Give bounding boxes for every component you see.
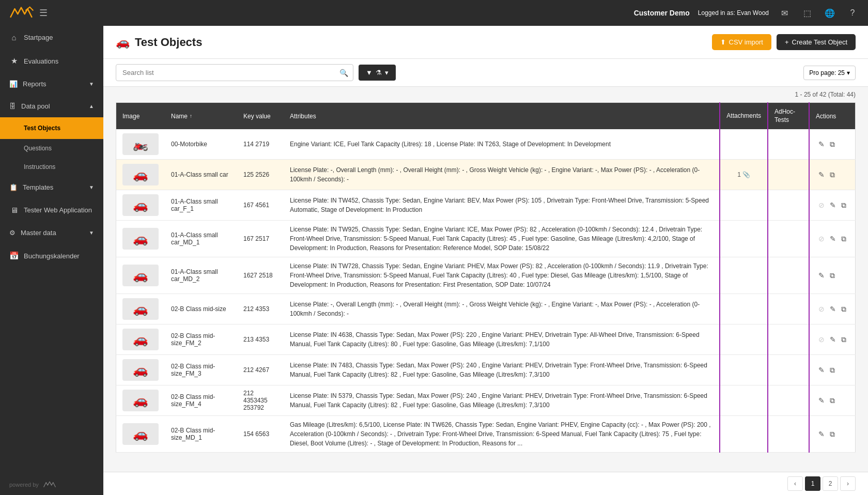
edit-button[interactable]: ✎ xyxy=(816,428,827,440)
cell-actions: ⊘✎⧉ xyxy=(809,221,856,257)
cell-attributes: License Plate: IN 7483, Chassis Type: Se… xyxy=(284,355,720,385)
header-actions: ⬆ CSV import + Create Test Object xyxy=(712,34,856,50)
filter-button[interactable]: ▼ ⚗ ▾ xyxy=(359,65,396,81)
template-icon: 📋 xyxy=(9,183,18,191)
filter-funnel-icon: ⚗ xyxy=(376,69,382,76)
sidebar-item-startpage[interactable]: ⌂ Startpage xyxy=(0,26,103,49)
cell-image: 🚗 xyxy=(116,221,165,257)
search-input-wrap: 🔍 xyxy=(116,64,353,81)
copy-button[interactable]: ⧉ xyxy=(827,428,838,440)
logout-icon[interactable]: ⬚ xyxy=(800,6,814,20)
ban-button[interactable]: ⊘ xyxy=(816,233,827,244)
table-row: 🚗01-A-Class small car_F_1167 4561License… xyxy=(116,190,856,221)
car-image: 🚗 xyxy=(122,359,159,381)
sidebar-item-buchungskalender[interactable]: 📅 Buchungskalender xyxy=(0,244,103,268)
cell-actions: ⊘✎⧉ xyxy=(809,294,856,324)
edit-button[interactable]: ✎ xyxy=(816,169,827,180)
sidebar-item-tester-web[interactable]: 🖥 Tester Web Application xyxy=(0,198,103,222)
copy-button[interactable]: ⧉ xyxy=(839,303,849,315)
cell-attributes: Gas Mileage (Litres/km): 6,5/100, Licens… xyxy=(284,416,720,453)
cell-attributes: License Plate: IN TW452, Chassis Type: S… xyxy=(284,190,720,221)
cell-adhoc xyxy=(768,257,809,294)
ban-button[interactable]: ⊘ xyxy=(816,303,827,315)
cell-name: 02-B Class mid-size_FM_3 xyxy=(165,355,237,385)
sidebar-item-templates[interactable]: 📋 Templates ▼ xyxy=(0,176,103,198)
search-left: 🔍 ▼ ⚗ ▾ xyxy=(116,64,396,81)
copy-button[interactable]: ⧉ xyxy=(827,270,838,282)
copy-button[interactable]: ⧉ xyxy=(827,169,838,181)
cell-attachments xyxy=(720,190,768,221)
cell-attachments xyxy=(720,129,768,160)
cell-adhoc xyxy=(768,221,809,257)
help-icon[interactable]: ? xyxy=(845,6,860,20)
copy-button[interactable]: ⧉ xyxy=(839,233,849,245)
copy-button[interactable]: ⧉ xyxy=(827,364,838,376)
cell-actions: ⊘✎⧉ xyxy=(809,190,856,221)
star-icon: ★ xyxy=(9,56,19,66)
cell-adhoc xyxy=(768,324,809,355)
hamburger-menu[interactable]: ☰ xyxy=(39,7,48,19)
cell-attachments xyxy=(720,257,768,294)
sidebar-item-master-data[interactable]: ⚙ Master data ▼ xyxy=(0,222,103,244)
col-header-name[interactable]: Name ↑ xyxy=(165,103,237,130)
col-header-attributes: Attributes xyxy=(284,103,720,130)
pagination-next[interactable]: › xyxy=(840,476,856,491)
edit-button[interactable]: ✎ xyxy=(816,270,827,281)
sidebar-group-datapool: 🗄 Data pool ▲ Test Objects Questions Ins… xyxy=(0,95,103,176)
edit-button[interactable]: ✎ xyxy=(816,138,827,150)
footer-logo xyxy=(42,481,57,489)
pagination-prev[interactable]: ‹ xyxy=(787,476,803,491)
create-test-object-button[interactable]: + Create Test Object xyxy=(777,34,856,50)
edit-button[interactable]: ✎ xyxy=(816,395,827,406)
search-input[interactable] xyxy=(116,64,353,81)
page-title: 🚗 Test Objects xyxy=(116,36,202,49)
car-title-icon: 🚗 xyxy=(116,36,130,49)
cell-keyvalue: 212 4353 xyxy=(237,294,284,324)
search-icon: 🔍 xyxy=(339,69,348,77)
cell-attachments: 1 📎 xyxy=(720,160,768,190)
table-row: 🚗01-A-Class small car_MD_21627 2518Licen… xyxy=(116,257,856,294)
sidebar-item-test-objects[interactable]: Test Objects xyxy=(0,117,103,139)
sidebar-item-datapool[interactable]: 🗄 Data pool ▲ xyxy=(0,95,103,117)
sidebar-item-reports[interactable]: 📊 Reports ▼ xyxy=(0,73,103,95)
sidebar-item-instructions[interactable]: Instructions xyxy=(0,158,103,176)
pagination-page-1[interactable]: 1 xyxy=(805,476,820,491)
cell-adhoc xyxy=(768,190,809,221)
edit-button[interactable]: ✎ xyxy=(827,303,839,315)
copy-button[interactable]: ⧉ xyxy=(839,199,849,211)
pagination-page-2[interactable]: 2 xyxy=(823,476,838,491)
mail-icon[interactable]: ✉ xyxy=(777,6,792,20)
cell-attributes: License Plate: IN 5379, Chassis Type: Se… xyxy=(284,385,720,416)
edit-button[interactable]: ✎ xyxy=(816,364,827,376)
edit-button[interactable]: ✎ xyxy=(827,233,839,244)
copy-button[interactable]: ⧉ xyxy=(827,138,838,150)
car-image: 🚗 xyxy=(122,164,159,185)
topbar: ☰ Customer Demo Logged in as: Evan Wood … xyxy=(0,0,868,26)
calendar-icon: 📅 xyxy=(9,251,19,260)
edit-button[interactable]: ✎ xyxy=(827,334,839,345)
cell-attributes: License Plate: -, Overall Length (mm): -… xyxy=(284,294,720,324)
upload-icon: ⬆ xyxy=(720,38,726,46)
cell-image: 🚗 xyxy=(116,385,165,416)
cell-adhoc xyxy=(768,129,809,160)
pro-page-select[interactable]: Pro page: 25 ▾ xyxy=(803,66,856,80)
cell-image: 🚗 xyxy=(116,355,165,385)
col-header-image: Image xyxy=(116,103,165,130)
sidebar-item-questions[interactable]: Questions xyxy=(0,139,103,158)
cell-adhoc xyxy=(768,416,809,453)
sidebar-item-evaluations[interactable]: ★ Evaluations xyxy=(0,49,103,73)
cell-name: 02-B Class mid-size_FM_2 xyxy=(165,324,237,355)
copy-button[interactable]: ⧉ xyxy=(827,395,838,407)
plus-icon: + xyxy=(785,38,789,46)
csv-import-button[interactable]: ⬆ CSV import xyxy=(712,34,771,50)
cell-image: 🚗 xyxy=(116,160,165,190)
cell-adhoc xyxy=(768,385,809,416)
ban-button[interactable]: ⊘ xyxy=(816,334,827,345)
reports-chevron: ▼ xyxy=(89,81,94,87)
edit-button[interactable]: ✎ xyxy=(827,199,839,211)
cell-attachments xyxy=(720,385,768,416)
cell-name: 02-B Class mid-size_MD_1 xyxy=(165,416,237,453)
globe-icon[interactable]: 🌐 xyxy=(823,6,837,20)
copy-button[interactable]: ⧉ xyxy=(839,334,849,346)
ban-button[interactable]: ⊘ xyxy=(816,199,827,211)
